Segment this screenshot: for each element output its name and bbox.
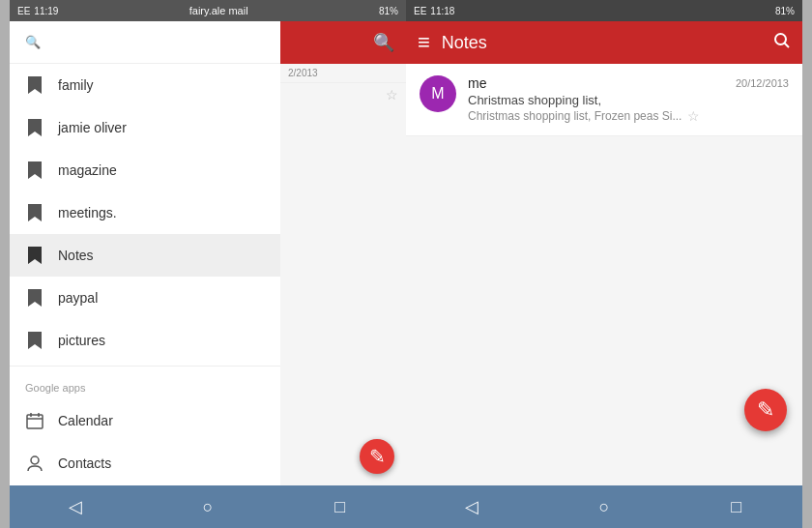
svg-line-14 [785, 43, 790, 47]
drawer: 🔍 family [10, 21, 280, 485]
svg-marker-0 [28, 76, 42, 94]
note-subject: Christmas shopping list, [468, 93, 789, 107]
fab-edit-icon: ✎ [757, 397, 774, 423]
bookmark-icon-jamie [25, 118, 44, 137]
bookmark-icon-meetings [25, 203, 44, 222]
svg-marker-1 [28, 119, 42, 136]
note-preview: Christmas shopping list, Frozen peas Si.… [468, 108, 789, 124]
bookmark-icon-family [25, 75, 44, 95]
note-body: me 20/12/2013 Christmas shopping list, C… [468, 75, 789, 124]
drawer-label-calendar: Calendar [58, 413, 113, 428]
drawer-item-magazine[interactable]: magazine [10, 149, 280, 191]
right-time: 11:18 [430, 6, 454, 16]
drawer-item-pictures[interactable]: pictures [10, 319, 280, 362]
note-item[interactable]: M me 20/12/2013 Christmas shopping list,… [406, 64, 802, 136]
back-button-left[interactable]: ◁ [62, 493, 89, 520]
drawer-label-family: family [58, 77, 94, 93]
bookmark-icon-pictures [25, 331, 44, 350]
drawer-item-family[interactable]: family [10, 64, 280, 106]
search-button[interactable] [773, 32, 791, 54]
left-battery: 81% [379, 6, 398, 16]
right-status-left: EE 11:18 [414, 6, 454, 16]
left-status-bar: EE 11:19 fairy.ale mail 81% [10, 0, 406, 21]
right-status-icons: EE [414, 6, 426, 16]
google-apps-section: Google apps [10, 370, 280, 399]
note-avatar: M [420, 75, 456, 112]
home-button-right[interactable]: ○ [591, 493, 618, 520]
note-sender: me [468, 75, 486, 91]
drawer-item-settings[interactable]: Settings [10, 484, 280, 485]
menu-button[interactable]: ≡ [418, 30, 430, 55]
drawer-label-meetings: meetings. [58, 205, 117, 220]
left-app-name: fairy.ale mail [189, 5, 248, 16]
drawer-label-magazine: magazine [58, 162, 117, 178]
right-status-bar: EE 11:18 81% [406, 0, 802, 21]
drawer-label-notes: Notes [58, 248, 94, 263]
bookmark-icon-notes [25, 246, 44, 265]
home-button-left[interactable]: ○ [194, 493, 221, 520]
drawer-item-meetings[interactable]: meetings. [10, 191, 280, 234]
right-phone: EE 11:18 81% ≡ Notes M [406, 0, 802, 528]
right-content: ≡ Notes M me 20/12/2013 [406, 21, 802, 485]
recent-button-left[interactable]: □ [327, 493, 354, 520]
left-nav-bar: ◁ ○ □ [10, 485, 406, 528]
left-status-left: EE 11:19 [17, 6, 58, 16]
person-icon [25, 454, 44, 473]
left-content: 🔍 2/2013 ☆ ✎ 🔍 [10, 21, 406, 485]
drawer-item-notes[interactable]: Notes [10, 234, 280, 277]
right-nav-bar: ◁ ○ □ [406, 485, 802, 528]
fab-compose-button[interactable]: ✎ [744, 389, 787, 431]
notes-list: M me 20/12/2013 Christmas shopping list,… [406, 64, 802, 485]
notes-title: Notes [442, 33, 762, 53]
right-status-right: 81% [775, 6, 795, 16]
left-phone: EE 11:19 fairy.ale mail 81% 🔍 2/2013 ☆ ✎ [10, 0, 406, 528]
svg-marker-3 [28, 204, 42, 221]
fab-button-behind[interactable]: ✎ [360, 439, 394, 474]
svg-point-13 [775, 34, 786, 44]
left-status-icons: EE [17, 6, 30, 16]
svg-marker-6 [28, 332, 42, 349]
svg-marker-2 [28, 161, 42, 179]
svg-rect-7 [27, 415, 43, 428]
drawer-search-hint: 🔍 [25, 35, 41, 49]
bookmark-icon-paypal [25, 288, 44, 308]
svg-point-11 [31, 456, 39, 464]
calendar-icon [25, 411, 44, 430]
drawer-items: family jamie oliver [10, 64, 280, 485]
drawer-label-paypal: paypal [58, 290, 98, 306]
app-behind: 🔍 2/2013 ☆ ✎ [280, 21, 406, 485]
search-icon-behind[interactable]: 🔍 [373, 32, 394, 53]
drawer-item-jamie[interactable]: jamie oliver [10, 106, 280, 149]
note-header: me 20/12/2013 [468, 75, 789, 91]
fab-edit-icon-behind: ✎ [369, 445, 386, 468]
drawer-item-paypal[interactable]: paypal [10, 277, 280, 319]
app-behind-body: 2/2013 ☆ ✎ [280, 64, 406, 485]
drawer-item-contacts[interactable]: Contacts [10, 442, 280, 484]
note-date: 20/12/2013 [736, 77, 789, 89]
bookmark-svg [28, 76, 42, 94]
bookmark-icon-magazine [25, 161, 44, 180]
svg-marker-4 [28, 247, 42, 264]
drawer-label-pictures: pictures [58, 333, 105, 348]
star-icon[interactable]: ☆ [687, 108, 700, 124]
svg-marker-5 [28, 289, 42, 307]
drawer-header: 🔍 [10, 21, 280, 64]
left-time: 11:19 [34, 6, 58, 16]
recent-button-right[interactable]: □ [723, 493, 750, 520]
back-button-right[interactable]: ◁ [458, 493, 485, 520]
app-behind-header: 🔍 [280, 21, 406, 64]
drawer-item-calendar[interactable]: Calendar [10, 399, 280, 442]
drawer-label-jamie: jamie oliver [58, 120, 127, 135]
drawer-divider [10, 366, 280, 367]
left-status-right: 81% [379, 6, 398, 16]
right-battery: 81% [775, 6, 795, 16]
drawer-label-contacts: Contacts [58, 455, 111, 471]
notes-toolbar: ≡ Notes [406, 21, 802, 64]
